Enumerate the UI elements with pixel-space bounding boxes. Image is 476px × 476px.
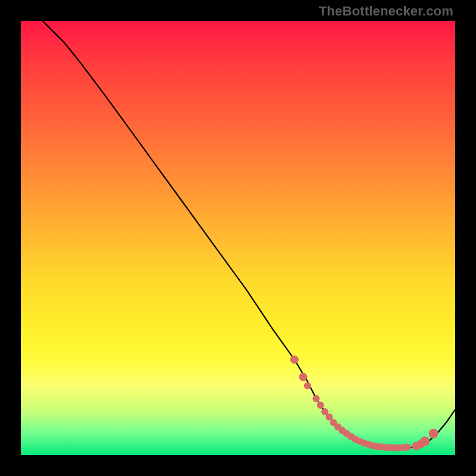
watermark-text: TheBottlenecker.com bbox=[319, 4, 453, 19]
marker-dot bbox=[304, 382, 311, 389]
marker-dot bbox=[429, 429, 439, 439]
marker-dot bbox=[325, 414, 333, 421]
marker-dot bbox=[290, 355, 299, 364]
curve-svg bbox=[21, 21, 455, 455]
marker-dot bbox=[317, 402, 324, 409]
chart-frame: TheBottlenecker.com bbox=[0, 0, 476, 476]
plot-area bbox=[21, 21, 455, 455]
marker-dot bbox=[404, 444, 411, 451]
marker-dot bbox=[312, 395, 320, 402]
marker-dot-group bbox=[290, 355, 439, 451]
bottleneck-curve-line bbox=[43, 21, 456, 448]
marker-dot bbox=[420, 437, 430, 446]
marker-dot bbox=[299, 373, 308, 381]
